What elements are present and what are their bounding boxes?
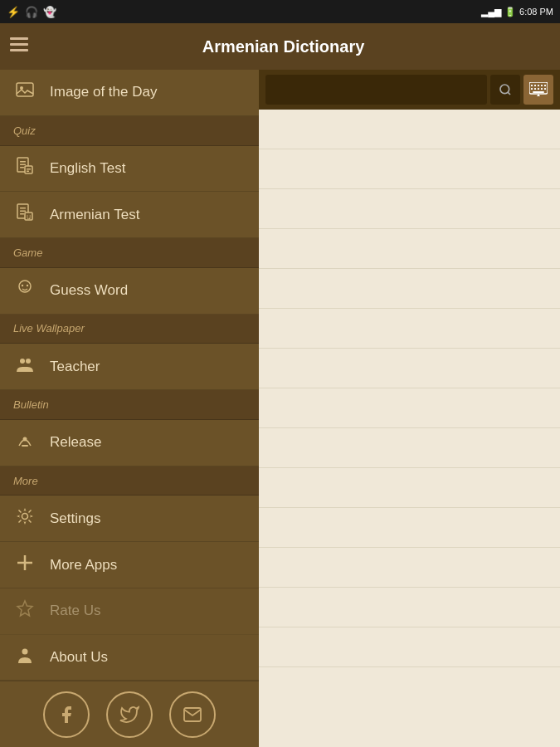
sidebar-item-about-us[interactable]: About Us (0, 635, 259, 681)
svg-rect-45 (533, 91, 544, 93)
svg-rect-44 (544, 88, 546, 90)
svg-rect-15 (20, 210, 26, 212)
search-input[interactable] (272, 83, 480, 96)
sidebar-item-guess-word[interactable]: Guess Word (0, 268, 259, 315)
sidebar: Image of the Day Quiz (0, 70, 259, 747)
sidebar-item-armenian-test[interactable]: Ա Armenian Test (0, 192, 259, 238)
social-footer (0, 681, 259, 747)
settings-label: Settings (50, 510, 100, 527)
svg-rect-0 (10, 37, 28, 40)
sidebar-item-more-apps[interactable]: More Apps (0, 542, 259, 588)
usb-icon: ⚡ (7, 6, 20, 18)
keyboard-button[interactable] (523, 75, 553, 105)
status-bar: ⚡ 🎧 👻 ▂▄▆ 🔋 6:08 PM (0, 0, 560, 23)
svg-rect-43 (541, 88, 543, 90)
svg-point-31 (22, 648, 28, 654)
content-line (259, 428, 560, 468)
app-title: Armenian Dictionary (41, 37, 550, 56)
content-line (259, 189, 560, 229)
content-line (259, 508, 560, 548)
svg-rect-36 (534, 85, 536, 86)
svg-rect-35 (531, 85, 533, 86)
content-line (259, 627, 560, 667)
section-header-quiz: Quiz (0, 116, 259, 146)
section-header-more: More (0, 466, 259, 496)
app-container: Armenian Dictionary Image of the Day Qui… (0, 23, 560, 747)
svg-rect-37 (538, 85, 539, 86)
app-bar: Armenian Dictionary (0, 23, 560, 70)
search-button[interactable] (490, 75, 520, 105)
svg-point-24 (26, 359, 31, 364)
svg-point-32 (500, 85, 509, 94)
image-of-day-label: Image of the Day (50, 84, 157, 100)
english-test-icon (13, 157, 37, 180)
content-line (259, 110, 560, 149)
content-line (259, 349, 560, 388)
svg-rect-7 (20, 164, 26, 165)
sidebar-item-rate-us[interactable]: Rate Us (0, 588, 259, 635)
content-line (259, 468, 560, 508)
sidebar-item-image-of-day[interactable]: Image of the Day (0, 70, 259, 116)
english-test-label: English Test (50, 160, 125, 177)
more-apps-label: More Apps (50, 557, 117, 574)
sidebar-item-release[interactable]: Release (0, 420, 259, 466)
main-panel (259, 70, 560, 747)
battery-icon: 🔋 (504, 7, 516, 17)
search-bar (259, 70, 560, 110)
search-input-container[interactable] (265, 75, 487, 105)
status-left-icons: ⚡ 🎧 👻 (7, 6, 56, 18)
image-of-day-icon (13, 81, 37, 104)
settings-icon (13, 507, 37, 530)
guess-word-icon (13, 279, 37, 302)
svg-rect-38 (541, 85, 543, 86)
armenian-test-label: Armenian Test (50, 207, 139, 223)
svg-rect-41 (534, 88, 536, 90)
rate-us-icon (13, 599, 37, 622)
svg-point-23 (20, 359, 25, 364)
status-right-icons: ▂▄▆ 🔋 6:08 PM (481, 7, 553, 17)
email-button[interactable] (169, 691, 216, 738)
svg-rect-26 (22, 445, 28, 447)
sidebar-item-settings[interactable]: Settings (0, 496, 259, 542)
rate-us-label: Rate Us (50, 603, 100, 619)
content-area: Image of the Day Quiz (0, 70, 560, 747)
content-line (259, 309, 560, 349)
content-line (259, 229, 560, 269)
teacher-icon (13, 355, 37, 378)
svg-point-27 (22, 513, 28, 519)
svg-rect-42 (538, 88, 539, 90)
content-line (259, 269, 560, 309)
svg-rect-40 (531, 88, 533, 90)
section-header-bulletin: Bulletin (0, 390, 259, 420)
svg-rect-6 (20, 161, 26, 163)
svg-rect-2 (10, 49, 28, 51)
content-lines (259, 110, 560, 747)
about-us-icon (13, 646, 37, 669)
svg-point-25 (23, 437, 27, 442)
time-display: 6:08 PM (519, 7, 553, 17)
release-label: Release (50, 434, 101, 451)
hamburger-menu-icon[interactable] (10, 37, 28, 56)
signal-icon: ▂▄▆ (481, 7, 501, 17)
content-line (259, 548, 560, 588)
armenian-test-icon: Ա (13, 203, 37, 227)
twitter-button[interactable] (106, 691, 153, 738)
teacher-label: Teacher (50, 359, 100, 375)
facebook-button[interactable] (43, 691, 90, 738)
section-header-live-wallpaper: Live Wallpaper (0, 315, 259, 344)
svg-rect-3 (17, 83, 33, 96)
section-header-game: Game (0, 238, 259, 268)
svg-rect-1 (10, 43, 28, 46)
svg-point-22 (27, 285, 28, 286)
svg-rect-8 (20, 167, 24, 168)
svg-point-21 (22, 285, 23, 286)
sidebar-item-teacher[interactable]: Teacher (0, 344, 259, 390)
svg-rect-16 (20, 213, 24, 215)
svg-line-33 (508, 92, 510, 95)
svg-rect-11 (27, 168, 31, 170)
svg-rect-14 (20, 208, 26, 209)
svg-text:Ա: Ա (27, 214, 31, 220)
content-line (259, 149, 560, 189)
guess-word-label: Guess Word (50, 282, 128, 299)
sidebar-item-english-test[interactable]: English Test (0, 146, 259, 193)
